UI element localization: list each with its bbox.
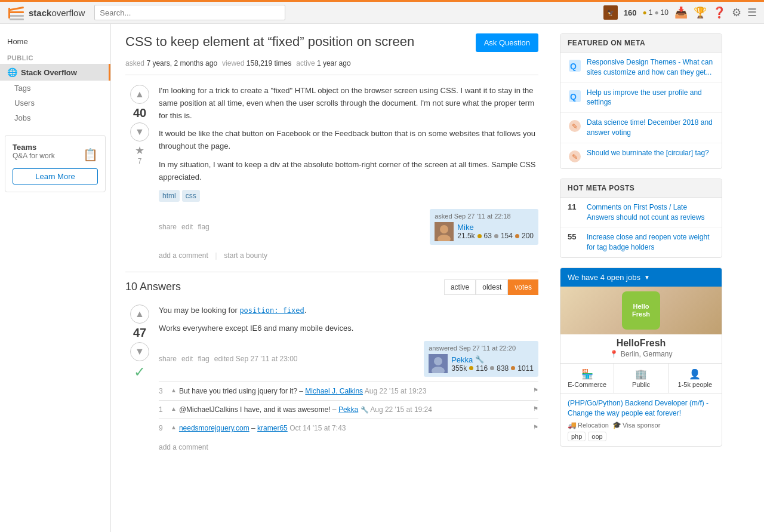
tag-css[interactable]: css xyxy=(182,190,200,202)
teams-box-header: Teams Q&A for work 📋 xyxy=(13,143,98,166)
svg-text:Q: Q xyxy=(570,61,577,71)
job-title-link[interactable]: (PHP/Go/Python) Backend Developer (m/f) … xyxy=(568,399,708,417)
sidebar-right: FEATURED ON META Q Responsive Design The… xyxy=(553,24,729,532)
separator: | xyxy=(215,251,217,260)
answer-vote-count: 47 xyxy=(133,326,146,340)
search-input[interactable] xyxy=(94,5,285,20)
question-title: CSS to keep element at “fixed” position … xyxy=(125,33,414,51)
meta-link-3[interactable]: Data science time! December 2018 and ans… xyxy=(587,118,713,137)
sort-oldest[interactable]: oldest xyxy=(476,279,508,295)
job-badges: 🚚 Relocation 🎓 Visa sponsor xyxy=(568,421,714,429)
asked-stat: asked 7 years, 2 months ago xyxy=(125,59,217,67)
hot-meta-link-1[interactable]: Comments on First Posts / Late Answers s… xyxy=(587,203,704,222)
svg-text:✎: ✎ xyxy=(572,153,578,161)
hot-count-1: 11 xyxy=(568,202,582,211)
job-tech-tags: php oop xyxy=(568,432,714,441)
header-right: 🦅 160 ●1 ●10 📥 🏆 ❓ ⚙ ☰ xyxy=(603,5,757,20)
ecommerce-icon: 🏪 xyxy=(565,368,609,380)
visa-badge: 🎓 Visa sponsor xyxy=(612,421,660,429)
answer-edit-link[interactable]: edit xyxy=(181,355,193,363)
bookmark-button[interactable]: ★ xyxy=(135,144,144,157)
comment-upvote-icon-2[interactable]: ▲ xyxy=(171,404,177,415)
answer-upvote-button[interactable]: ▲ xyxy=(130,305,149,324)
answer-user-detail: Pekka 🔧 355k 116 838 1011 xyxy=(451,355,534,373)
comment-text-3: needsmorejquery.com – kramer65 Oct 14 '1… xyxy=(179,423,531,433)
meta-link-2[interactable]: Help us improve the user profile and set… xyxy=(587,88,702,107)
commenter-link-1[interactable]: Michael J. Calkins xyxy=(305,387,363,395)
comment-link-3[interactable]: needsmorejquery.com xyxy=(179,424,249,432)
answer-add-comment-link[interactable]: add a comment xyxy=(159,441,538,454)
help-icon[interactable]: ❓ xyxy=(713,6,726,19)
svg-rect-0 xyxy=(10,7,24,11)
relocation-badge: 🚚 Relocation xyxy=(568,421,609,429)
hot-meta-link-2[interactable]: Increase close and reopen vote weight fo… xyxy=(587,233,709,251)
main-content: CSS to keep element at “fixed” position … xyxy=(111,24,553,532)
avatar[interactable]: 🦅 xyxy=(603,5,618,20)
question-header: CSS to keep element at “fixed” position … xyxy=(125,33,538,52)
user-reputation: 160 xyxy=(624,8,637,17)
commenter-link-2[interactable]: Pekka xyxy=(338,405,358,414)
company-location: 📍 Berlin, Germany xyxy=(560,350,722,363)
inbox-icon[interactable]: 📥 xyxy=(674,6,688,19)
answer-flag-link[interactable]: flag xyxy=(198,355,209,363)
meta-link-1[interactable]: Responsive Design Themes - What can site… xyxy=(587,58,713,76)
start-bounty-link[interactable]: start a bounty xyxy=(224,251,267,260)
company-name: HelloFresh xyxy=(560,334,722,350)
meta-link-4[interactable]: Should we burninate the [circular] tag? xyxy=(587,149,709,157)
question-flag-link[interactable]: flag xyxy=(198,223,209,231)
hot-count-2: 55 xyxy=(568,232,582,241)
question-tags: html css xyxy=(159,190,538,202)
sidebar-item-home[interactable]: Home xyxy=(0,33,110,50)
answer-body: You may be looking for position: fixed. … xyxy=(154,302,538,457)
company-stat-1: 🏪 E-Commerce xyxy=(560,364,614,393)
sort-votes[interactable]: votes xyxy=(508,279,538,295)
location-pin: 📍 xyxy=(609,350,618,358)
sidebar-item-tags[interactable]: Tags xyxy=(0,81,110,96)
hot-meta-header: HOT META POSTS xyxy=(560,179,722,198)
comments-list: 3 ▲ But have you tried using jquery for … xyxy=(159,382,538,437)
answer-user-name[interactable]: Pekka xyxy=(451,355,473,364)
comment-upvote-icon-3[interactable]: ▲ xyxy=(171,423,177,433)
comment-item: 1 ▲ @MichaelJCalkins I have, and it was … xyxy=(159,400,538,419)
question-user-name[interactable]: Mike xyxy=(457,223,473,232)
sidebar-item-users[interactable]: Users xyxy=(0,96,110,110)
question-edit-link[interactable]: edit xyxy=(181,223,193,231)
question-stats: asked 7 years, 2 months ago viewed 158,2… xyxy=(125,59,538,67)
bookmark-count: 7 xyxy=(138,157,142,165)
page-wrapper: Home PUBLIC 🌐 Stack Overflow Tags Users … xyxy=(0,24,764,532)
comment-flag-3[interactable]: ⚑ xyxy=(533,423,538,433)
comment-flag-1[interactable]: ⚑ xyxy=(533,386,538,396)
comment-flag-2[interactable]: ⚑ xyxy=(533,404,538,415)
svg-rect-2 xyxy=(10,15,24,17)
ask-question-button[interactable]: Ask Question xyxy=(476,33,538,52)
question-actions: share edit flag asked Sep 27 '11 at 22:1… xyxy=(159,209,538,245)
question-add-comment-link[interactable]: add a comment xyxy=(159,249,208,262)
downvote-button[interactable]: ▼ xyxy=(130,122,149,142)
answer-downvote-button[interactable]: ▼ xyxy=(130,342,149,361)
jobs-banner[interactable]: We have 4 open jobs ▼ xyxy=(560,268,722,287)
comment-vote-1[interactable]: 3 xyxy=(159,386,168,396)
upvote-button[interactable]: ▲ xyxy=(130,85,149,104)
job-listing: (PHP/Go/Python) Backend Developer (m/f) … xyxy=(560,393,722,446)
meta-icon-1: Q xyxy=(568,59,582,73)
meta-item-text-4: Should we burninate the [circular] tag? xyxy=(587,148,709,158)
comment-upvote-icon-1[interactable]: ▲ xyxy=(171,386,177,396)
edited-time: edited Sep 27 '11 at 23:00 xyxy=(214,355,298,363)
visa-icon: 🎓 xyxy=(612,421,621,429)
gear-icon[interactable]: ⚙ xyxy=(732,6,741,19)
sidebar-item-stackoverflow[interactable]: 🌐 Stack Overflow xyxy=(0,64,110,81)
logo[interactable]: stackoverflow xyxy=(7,3,85,22)
sort-active[interactable]: active xyxy=(444,279,476,295)
header: stackoverflow 🦅 160 ●1 ●10 📥 🏆 ❓ ⚙ ☰ xyxy=(0,0,764,24)
achievements-icon[interactable]: 🏆 xyxy=(694,6,707,19)
teams-box: Teams Q&A for work 📋 Learn More xyxy=(5,135,106,192)
tag-html[interactable]: html xyxy=(159,190,180,202)
teams-learn-more-button[interactable]: Learn More xyxy=(13,168,98,184)
sidebar-item-jobs[interactable]: Jobs xyxy=(0,110,110,125)
code-link[interactable]: position: fixed xyxy=(239,306,304,315)
menu-icon[interactable]: ☰ xyxy=(747,6,757,19)
question-share-link[interactable]: share xyxy=(159,223,177,231)
answer-share-link[interactable]: share xyxy=(159,355,177,363)
commenter-link-3[interactable]: kramer65 xyxy=(257,424,288,432)
question-bottom-actions: add a comment | start a bounty xyxy=(159,251,538,260)
